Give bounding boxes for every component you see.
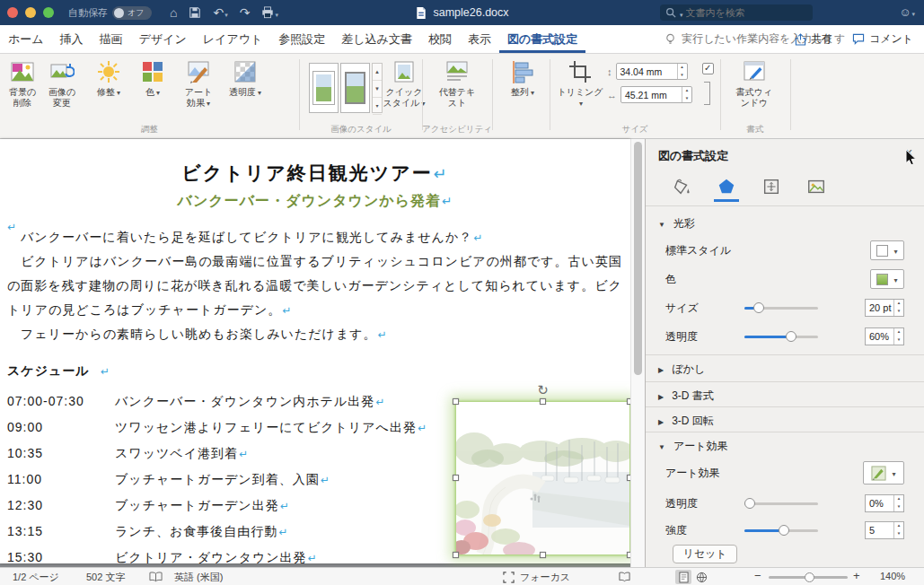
zoom-window-button[interactable] bbox=[43, 7, 54, 18]
comments-button[interactable]: コメント bbox=[852, 31, 913, 47]
soft-edges-section-header[interactable]: ぼかし bbox=[658, 360, 705, 378]
slider-thumb[interactable] bbox=[779, 525, 789, 536]
char-count[interactable]: 502 文字 bbox=[86, 571, 125, 584]
tab-home[interactable]: ホーム bbox=[0, 25, 52, 53]
corrections-button[interactable]: 修整 bbox=[88, 59, 129, 99]
slider-thumb[interactable] bbox=[753, 302, 764, 313]
save-icon[interactable] bbox=[189, 6, 201, 19]
schedule-row[interactable]: 07:00-07:30バンクーバー・ダウンタウン内ホテル出発↵ bbox=[7, 394, 385, 410]
tab-draw[interactable]: 描画 bbox=[92, 25, 131, 53]
tab-view[interactable]: 表示 bbox=[460, 25, 499, 53]
view-print-layout-button[interactable] bbox=[675, 570, 691, 584]
view-reading-button[interactable] bbox=[616, 570, 632, 584]
tab-review[interactable]: 校閲 bbox=[420, 25, 460, 53]
page-count[interactable]: 1/2 ページ bbox=[13, 571, 59, 584]
height-stepper[interactable] bbox=[677, 64, 687, 79]
doc-title[interactable]: ビクトリア終日観光ツアー↵ bbox=[0, 161, 630, 186]
close-window-button[interactable] bbox=[7, 7, 18, 18]
home-icon[interactable]: ⌂ bbox=[170, 6, 177, 19]
gallery-down-icon[interactable]: ▼ bbox=[373, 81, 382, 98]
share-button[interactable]: 共有 bbox=[795, 31, 832, 47]
format-3d-section-header[interactable]: 3-D 書式 bbox=[658, 387, 714, 405]
artistic-effects-section-header[interactable]: アート効果 bbox=[658, 437, 727, 455]
glow-transparency-spinbox[interactable]: 60% bbox=[865, 327, 904, 345]
vertical-scrollbar[interactable] bbox=[630, 139, 645, 567]
document-picture[interactable]: ↻ bbox=[456, 402, 629, 554]
zoom-out-icon[interactable]: − bbox=[754, 569, 761, 582]
glow-size-spinbox[interactable]: 20 pt bbox=[865, 299, 904, 317]
tab-layout[interactable]: レイアウト bbox=[195, 25, 271, 53]
picture-style-thumbnail-2[interactable] bbox=[340, 63, 370, 113]
picture-style-thumbnail-1[interactable] bbox=[309, 63, 339, 113]
resize-handle-middle-left[interactable] bbox=[453, 475, 459, 481]
artistic-effects-button[interactable]: アート効果 bbox=[178, 59, 219, 109]
schedule-row[interactable]: 11:00ブッチャートガーデン到着、入園↵ bbox=[7, 472, 330, 488]
minimize-window-button[interactable] bbox=[25, 7, 36, 18]
redo-button[interactable]: ↷ bbox=[240, 6, 251, 19]
proofing-icon[interactable] bbox=[149, 572, 163, 582]
crop-button[interactable]: トリミング bbox=[555, 59, 605, 109]
tab-picture-format[interactable]: 図の書式設定 bbox=[499, 25, 585, 53]
glow-size-slider[interactable] bbox=[744, 302, 818, 314]
glow-section-header[interactable]: 光彩 bbox=[658, 214, 695, 232]
schedule-row[interactable]: 12:30ブッチャートガーデン出発↵ bbox=[7, 498, 290, 514]
change-picture-button[interactable]: 画像の変更 bbox=[43, 59, 81, 109]
pane-tab-effects[interactable] bbox=[714, 171, 739, 202]
format-pane-button[interactable]: 書式ウィンドウ bbox=[729, 59, 779, 109]
height-field[interactable]: 34.04 mm bbox=[616, 63, 688, 80]
pane-tab-picture[interactable] bbox=[804, 171, 829, 202]
gallery-more-icon[interactable]: ▾ bbox=[373, 98, 382, 115]
spin-stepper[interactable] bbox=[893, 495, 903, 511]
doc-paragraph-2[interactable]: ビクトリアはバンクーバー島の最南端に位置するブリティッシュコロンビアの州都です。… bbox=[7, 249, 629, 323]
transparency-button[interactable]: 透明度 bbox=[224, 59, 266, 99]
alt-text-button[interactable]: 代替テキスト bbox=[434, 59, 480, 109]
glow-presets-dropdown[interactable] bbox=[870, 240, 904, 260]
language-label[interactable]: 英語 (米国) bbox=[174, 571, 223, 584]
document-page[interactable]: ビクトリア終日観光ツアー↵ バンクーバー・ダウンタウンから発着↵ ↵ バンクーバ… bbox=[0, 139, 630, 563]
resize-handle-bottom-center[interactable] bbox=[540, 552, 546, 558]
zoom-slider-thumb[interactable] bbox=[805, 572, 814, 582]
width-stepper[interactable] bbox=[682, 87, 691, 102]
slider-thumb[interactable] bbox=[786, 331, 796, 342]
schedule-row[interactable]: 15:30ビクトリア・ダウンタウン出発↵ bbox=[7, 550, 318, 566]
artistic-transparency-slider[interactable] bbox=[744, 498, 818, 510]
tab-references[interactable]: 参照設定 bbox=[270, 25, 333, 53]
width-field[interactable]: 45.21 mm bbox=[620, 86, 692, 103]
rotation-3d-section-header[interactable]: 3-D 回転 bbox=[658, 412, 714, 430]
reset-button[interactable]: リセット bbox=[673, 545, 737, 563]
resize-handle-bottom-left[interactable] bbox=[453, 552, 459, 558]
glow-transparency-slider[interactable] bbox=[744, 331, 818, 343]
schedule-row[interactable]: 09:00ツワッセン港よりフェリーにてビクトリアへ出発↵ bbox=[7, 420, 427, 436]
arrange-button[interactable]: 整列 bbox=[499, 59, 546, 99]
rotate-handle-icon[interactable]: ↻ bbox=[537, 382, 549, 398]
remove-background-button[interactable]: 背景の削除 bbox=[4, 59, 41, 109]
slider-thumb[interactable] bbox=[744, 498, 755, 509]
artistic-transparency-spinbox[interactable]: 0% bbox=[865, 494, 904, 512]
pane-tab-layout-properties[interactable] bbox=[759, 171, 784, 202]
doc-paragraph-3[interactable]: フェリーからの素晴らしい眺めもお楽しみいただけます。↵ bbox=[7, 322, 629, 347]
tab-design[interactable]: デザイン bbox=[131, 25, 195, 53]
tab-insert[interactable]: 挿入 bbox=[52, 25, 92, 53]
search-box[interactable] bbox=[660, 4, 813, 21]
search-scope-chevron-icon[interactable] bbox=[679, 4, 683, 21]
zoom-percent[interactable]: 140% bbox=[880, 571, 905, 581]
schedule-row[interactable]: 13:15ランチ、お食事後自由行動↵ bbox=[7, 524, 288, 540]
schedule-row[interactable]: 10:35スワッツベイ港到着↵ bbox=[7, 446, 249, 462]
schedule-heading[interactable]: スケジュール↵ bbox=[7, 363, 110, 380]
glow-color-dropdown[interactable] bbox=[870, 269, 904, 289]
feedback-smiley-button[interactable]: ☺ bbox=[899, 5, 915, 19]
resize-handle-top-left[interactable] bbox=[453, 398, 459, 405]
lock-aspect-ratio-checkbox[interactable] bbox=[702, 63, 714, 74]
scrollbar-thumb[interactable] bbox=[634, 142, 642, 375]
search-input[interactable] bbox=[686, 7, 814, 18]
gallery-up-icon[interactable]: ▲ bbox=[373, 64, 382, 81]
resize-handle-top-center[interactable] bbox=[540, 398, 546, 405]
tab-mailings[interactable]: 差し込み文書 bbox=[333, 25, 420, 53]
doc-subtitle[interactable]: バンクーバー・ダウンタウンから発着↵ bbox=[0, 192, 630, 211]
intensity-slider[interactable] bbox=[744, 525, 818, 537]
view-web-layout-button[interactable] bbox=[693, 570, 709, 584]
pane-tab-fill-line[interactable] bbox=[669, 171, 694, 202]
quick-styles-button[interactable]: クイックスタイル bbox=[383, 59, 426, 109]
artistic-effect-dropdown[interactable] bbox=[863, 461, 904, 485]
doc-paragraph-1[interactable]: バンクーバーに着いたら足を延ばしてビクトリアに観光してみませんか？↵ bbox=[7, 225, 629, 250]
